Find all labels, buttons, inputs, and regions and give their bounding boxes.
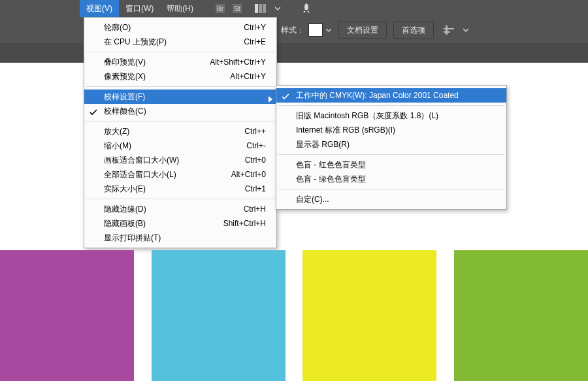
submenu-legacy-mac-rgb[interactable]: 旧版 Macintosh RGB（灰度系数 1.8）(L) — [276, 108, 506, 123]
shortcut: Ctrl+E — [244, 35, 266, 49]
svg-rect-6 — [263, 4, 266, 13]
chevron-down-icon[interactable] — [269, 0, 286, 17]
submenu-working-cmyk[interactable]: 工作中的 CMYK(W): Japan Color 2001 Coated — [276, 88, 506, 103]
style-dropdown-icon[interactable] — [325, 24, 332, 36]
menu-view[interactable]: 视图(V) — [80, 0, 119, 17]
shortcut: Alt+Ctrl+0 — [231, 167, 266, 182]
swatch-2 — [152, 250, 286, 381]
arrange-documents-icon[interactable] — [252, 0, 269, 17]
menu-pixel-preview[interactable]: 像素预览(X)Alt+Ctrl+Y — [84, 69, 276, 84]
menu-show-print-tiling[interactable]: 显示打印拼贴(T) — [84, 231, 276, 245]
check-icon — [90, 106, 97, 121]
swatch-4 — [454, 250, 588, 381]
chevron-down-icon[interactable] — [457, 22, 474, 39]
menu-separator — [86, 121, 275, 122]
submenu-colorblind-deuteranopia[interactable]: 色盲 - 绿色色盲类型 — [276, 172, 506, 186]
svg-text:Br: Br — [217, 5, 224, 12]
menu-hide-artboards[interactable]: 隐藏画板(B)Shift+Ctrl+H — [84, 216, 276, 231]
toolbar-icon-st[interactable]: St — [229, 0, 246, 17]
menu-hide-edges[interactable]: 隐藏边缘(D)Ctrl+H — [84, 202, 276, 216]
shortcut: Ctrl+1 — [245, 182, 266, 196]
shortcut: Alt+Ctrl+Y — [230, 69, 266, 84]
menu-zoom-out[interactable]: 缩小(M)Ctrl+- — [84, 139, 276, 153]
menubar: 视图(V) 窗口(W) 帮助(H) Br St — [0, 0, 588, 17]
svg-rect-5 — [259, 4, 262, 13]
shortcut: Ctrl+Y — [244, 20, 266, 35]
menu-separator — [86, 86, 275, 87]
shortcut: Ctrl+H — [244, 202, 266, 216]
menu-overprint-preview[interactable]: 叠印预览(V)Alt+Shift+Ctrl+Y — [84, 55, 276, 69]
preferences-button[interactable]: 首选项 — [393, 22, 434, 39]
menu-cpu-preview[interactable]: 在 CPU 上预览(P)Ctrl+E — [84, 35, 276, 49]
menu-proof-setup[interactable]: 校样设置(F) — [84, 90, 276, 104]
menu-fit-artboard[interactable]: 画板适合窗口大小(W)Ctrl+0 — [84, 153, 276, 167]
shortcut: Shift+Ctrl+H — [223, 216, 266, 231]
svg-rect-4 — [255, 4, 258, 13]
menu-separator — [86, 199, 275, 199]
menu-separator — [278, 154, 505, 155]
check-icon — [282, 91, 289, 105]
rocket-icon[interactable] — [298, 0, 315, 17]
submenu-custom[interactable]: 自定(C)... — [276, 192, 506, 206]
color-swatches — [0, 250, 588, 381]
menu-zoom-in[interactable]: 放大(Z)Ctrl++ — [84, 124, 276, 139]
doc-setup-button[interactable]: 文档设置 — [338, 22, 387, 39]
shortcut: Alt+Shift+Ctrl+Y — [210, 55, 266, 69]
menu-separator — [278, 189, 505, 189]
proof-setup-submenu: 工作中的 CMYK(W): Japan Color 2001 Coated 旧版… — [276, 85, 507, 210]
svg-rect-9 — [444, 31, 450, 33]
svg-text:St: St — [234, 5, 240, 12]
toolbar-icon-br[interactable]: Br — [212, 0, 229, 17]
submenu-colorblind-protanopia[interactable]: 色盲 - 红色色盲类型 — [276, 157, 506, 172]
shortcut: Ctrl+0 — [245, 153, 266, 167]
menu-fit-all[interactable]: 全部适合窗口大小(L)Alt+Ctrl+0 — [84, 167, 276, 182]
svg-rect-8 — [444, 28, 454, 29]
menu-separator — [86, 52, 275, 52]
view-menu: 轮廓(O)Ctrl+Y 在 CPU 上预览(P)Ctrl+E 叠印预览(V)Al… — [84, 17, 277, 248]
swatch-1 — [0, 250, 134, 381]
menu-separator — [278, 105, 505, 106]
shortcut: Ctrl+- — [246, 139, 266, 153]
align-icon[interactable] — [440, 22, 457, 39]
submenu-monitor-rgb[interactable]: 显示器 RGB(R) — [276, 137, 506, 152]
menubar-spacer — [0, 0, 80, 17]
submenu-internet-srgb[interactable]: Internet 标准 RGB (sRGB)(I) — [276, 123, 506, 137]
shortcut: Ctrl++ — [244, 124, 266, 139]
menu-outline[interactable]: 轮廓(O)Ctrl+Y — [84, 20, 276, 35]
swatch-3 — [302, 250, 436, 381]
menu-proof-colors[interactable]: 校样颜色(C) — [84, 104, 276, 118]
menu-actual-size[interactable]: 实际大小(E)Ctrl+1 — [84, 182, 276, 196]
menu-window[interactable]: 窗口(W) — [119, 0, 160, 17]
style-swatch[interactable] — [308, 24, 323, 37]
svg-rect-7 — [446, 25, 448, 35]
style-label: 样式： — [281, 25, 304, 36]
menu-help[interactable]: 帮助(H) — [160, 0, 200, 17]
